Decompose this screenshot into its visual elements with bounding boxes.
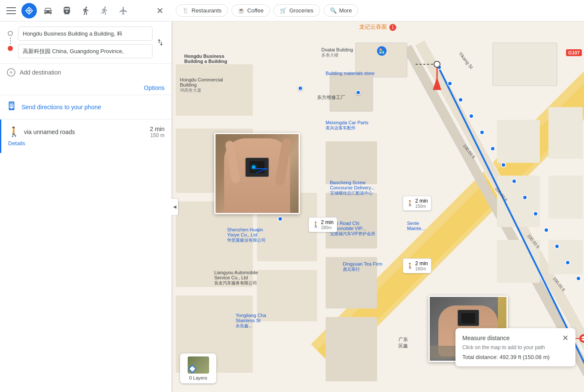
bubble-time-2: 2 min <box>415 198 428 204</box>
restaurants-label: Restaurants <box>192 7 222 14</box>
layers-label: 0 Layers <box>189 375 207 380</box>
nav-directions-button[interactable] <box>21 3 37 18</box>
svg-point-32 <box>448 81 452 86</box>
svg-rect-21 <box>326 257 377 308</box>
path-dot <box>10 40 11 42</box>
options-row: Options <box>0 81 171 95</box>
nav-drive-button[interactable] <box>40 3 56 18</box>
layers-button[interactable]: 0 Layers <box>180 353 216 383</box>
restaurants-icon: 🍴 <box>182 7 189 14</box>
swap-button[interactable] <box>156 38 165 47</box>
options-button[interactable]: Options <box>144 84 165 91</box>
restaurant-name: 龙记云吞面 1 <box>359 23 396 31</box>
time-bubble-160m: 🚶 2 min 160m <box>403 258 431 273</box>
filter-chip-coffee[interactable]: ☕ Coffee <box>231 4 270 17</box>
filter-chip-restaurants[interactable]: 🍴 Restaurants <box>176 4 228 17</box>
route-time: 2 min <box>150 126 165 132</box>
svg-point-39 <box>523 195 527 200</box>
time-bubble-150m: 🚶 2 min 150m <box>403 196 431 211</box>
walk-icon: 🚶 <box>312 221 319 228</box>
svg-point-35 <box>480 130 484 135</box>
svg-rect-23 <box>497 120 540 163</box>
svg-point-38 <box>512 179 516 183</box>
filter-chip-more[interactable]: 🔍 More <box>323 4 359 17</box>
highway-marker-g107: G107 <box>566 49 582 56</box>
svg-point-48 <box>434 61 440 67</box>
svg-point-42 <box>555 244 559 248</box>
path-dot <box>10 38 11 39</box>
svg-rect-25 <box>497 176 540 227</box>
add-icon: + <box>7 68 15 77</box>
bubble-time-3: 2 min <box>415 260 428 266</box>
measure-description: Click on the map to add to your path <box>462 344 569 350</box>
filter-chip-groceries[interactable]: 🛒 Groceries <box>273 4 320 17</box>
walk-mode-icon: 🚶 <box>8 126 20 138</box>
place-marker-shenzhenhj <box>278 216 283 221</box>
search-icon: 🔍 <box>330 7 337 14</box>
route-option: 🚶 via unnamed roads 2 min 150 m Details <box>0 120 171 153</box>
measure-panel: Measure distance ✕ Click on the map to a… <box>455 328 575 366</box>
svg-point-41 <box>544 228 548 232</box>
svg-rect-22 <box>326 317 377 381</box>
route-name: via unnamed roads <box>24 129 146 135</box>
measure-total: Total distance: 492.39 ft (150.08 m) <box>462 354 569 360</box>
svg-rect-9 <box>330 73 373 111</box>
groceries-icon: 🛒 <box>280 7 287 14</box>
svg-rect-28 <box>548 240 583 274</box>
svg-point-37 <box>501 163 506 167</box>
svg-rect-26 <box>548 176 583 218</box>
collapse-sidebar-button[interactable]: ◀ <box>171 198 178 215</box>
coffee-label: Coffee <box>247 7 264 14</box>
map-photo-1 <box>214 133 300 214</box>
groceries-label: Groceries <box>289 7 313 14</box>
bubble-dist-1: 180m <box>321 225 333 230</box>
svg-point-44 <box>576 276 581 281</box>
svg-point-36 <box>491 147 495 151</box>
svg-rect-15 <box>176 201 253 287</box>
origin-dot <box>8 31 13 36</box>
destination-dot <box>8 46 13 51</box>
layers-thumbnail <box>188 356 209 374</box>
send-phone-icon <box>7 101 16 113</box>
path-dot <box>10 43 11 44</box>
walk-icon: 🚶 <box>407 263 413 269</box>
measure-close-button[interactable]: ✕ <box>562 334 569 342</box>
measure-total-value: 492.39 ft (150.08 m) <box>500 354 550 360</box>
add-destination-row[interactable]: + Add destination <box>0 64 171 81</box>
place-marker-hongducommercial <box>298 86 305 93</box>
nav-cycle-button[interactable] <box>97 3 112 18</box>
place-marker-dongfang <box>356 90 361 95</box>
time-bubble-180m: 🚶 2 min 180m <box>308 217 337 232</box>
more-label: More <box>339 7 352 14</box>
svg-rect-13 <box>176 64 253 116</box>
svg-rect-18 <box>257 270 317 321</box>
close-button[interactable]: ✕ <box>153 4 167 18</box>
svg-point-40 <box>533 212 538 216</box>
coffee-icon: ☕ <box>238 7 245 14</box>
route-inputs <box>0 21 171 64</box>
details-button[interactable]: Details <box>8 140 25 147</box>
measure-total-label: Total distance: <box>462 354 498 360</box>
sidebar: + Add destination Options Send direction… <box>0 21 171 392</box>
bubble-dist-3: 160m <box>415 266 428 271</box>
nav-transit-button[interactable] <box>59 3 75 18</box>
svg-rect-11 <box>493 43 557 86</box>
place-marker-buildingmaterials[interactable]: 🏪 <box>377 46 386 56</box>
svg-point-34 <box>469 114 473 118</box>
menu-button[interactable] <box>4 4 18 18</box>
bubble-dist-2: 150m <box>415 204 428 209</box>
svg-point-33 <box>458 98 463 102</box>
origin-input[interactable] <box>18 27 153 41</box>
send-directions-row[interactable]: Send directions to your phone <box>0 95 171 120</box>
nav-walk-button[interactable] <box>78 3 93 18</box>
map-area[interactable]: 100.00 ft 100.00 ft 100.00 ft 100.00 ft … <box>171 21 584 392</box>
destination-input[interactable] <box>18 44 153 58</box>
svg-point-43 <box>566 260 570 265</box>
measure-title: Measure distance <box>462 335 510 341</box>
nav-flight-button[interactable] <box>116 3 131 18</box>
svg-rect-24 <box>548 107 583 159</box>
add-destination-label: Add destination <box>20 69 61 76</box>
bubble-time-1: 2 min <box>321 219 333 225</box>
route-distance: 150 m <box>150 132 165 138</box>
send-directions-label: Send directions to your phone <box>21 104 101 111</box>
